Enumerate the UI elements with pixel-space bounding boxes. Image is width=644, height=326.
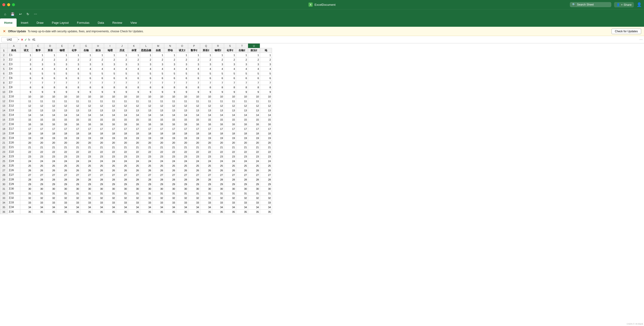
data-cell-17-11[interactable]: 17 — [152, 127, 164, 131]
data-cell-30-16[interactable]: 30 — [212, 186, 224, 191]
data-cell-17-14[interactable]: 17 — [188, 127, 200, 131]
data-cell-26-13[interactable]: 26 — [176, 168, 188, 173]
data-cell-28-0[interactable]: 28 — [20, 177, 32, 182]
data-cell-4-10[interactable]: 4 — [140, 67, 152, 71]
data-cell-3-11[interactable]: 3 — [152, 62, 164, 67]
data-cell-16-0[interactable]: 16 — [20, 122, 32, 127]
data-cell-12-10[interactable]: 12 — [140, 104, 152, 108]
col-header-E[interactable]: E — [56, 44, 68, 48]
data-cell-20-17[interactable]: 20 — [224, 140, 236, 145]
name-cell-14[interactable]: 王14 — [8, 113, 20, 117]
data-cell-18-1[interactable]: 18 — [32, 131, 44, 136]
data-cell-26-18[interactable]: 26 — [236, 168, 248, 173]
data-cell-25-19[interactable]: 25 — [248, 163, 260, 168]
data-cell-4-11[interactable]: 4 — [152, 67, 164, 71]
data-cell-28-8[interactable]: 28 — [116, 177, 128, 182]
data-cell-17-7[interactable]: 17 — [104, 127, 116, 131]
data-cell-17-0[interactable]: 17 — [20, 127, 32, 131]
data-cell-26-15[interactable]: 26 — [200, 168, 212, 173]
data-cell-4-20[interactable]: 4 — [260, 67, 272, 71]
name-cell-2[interactable]: 王2 — [8, 57, 20, 62]
data-cell-6-12[interactable]: 6 — [164, 76, 176, 81]
header-cell-16[interactable]: 英语2 — [200, 48, 212, 53]
data-cell-16-20[interactable]: 16 — [260, 122, 272, 127]
data-cell-1-4[interactable]: 1 — [68, 53, 80, 57]
col-header-L[interactable]: L — [140, 44, 152, 48]
data-cell-3-14[interactable]: 3 — [188, 62, 200, 67]
data-cell-22-10[interactable]: 22 — [140, 150, 152, 154]
data-cell-9-4[interactable]: 9 — [68, 90, 80, 94]
data-cell-29-17[interactable]: 29 — [224, 182, 236, 186]
data-cell-12-14[interactable]: 12 — [188, 104, 200, 108]
data-cell-16-11[interactable]: 16 — [152, 122, 164, 127]
data-cell-31-6[interactable]: 31 — [92, 191, 104, 196]
name-cell-21[interactable]: 王21 — [8, 145, 20, 150]
data-cell-27-3[interactable]: 27 — [56, 173, 68, 177]
col-header-H[interactable]: H — [92, 44, 104, 48]
data-cell-3-5[interactable]: 3 — [80, 62, 92, 67]
data-cell-16-16[interactable]: 16 — [212, 122, 224, 127]
data-cell-18-19[interactable]: 18 — [248, 131, 260, 136]
header-cell-4[interactable]: 物理 — [56, 48, 68, 53]
name-cell-34[interactable]: 王34 — [8, 205, 20, 210]
data-cell-18-16[interactable]: 18 — [212, 131, 224, 136]
data-cell-20-14[interactable]: 20 — [188, 140, 200, 145]
data-cell-4-4[interactable]: 4 — [68, 67, 80, 71]
data-cell-13-8[interactable]: 13 — [116, 108, 128, 113]
data-cell-8-7[interactable]: 8 — [104, 85, 116, 90]
data-cell-25-15[interactable]: 25 — [200, 163, 212, 168]
data-cell-3-0[interactable]: 3 — [20, 62, 32, 67]
home-icon[interactable]: ⌂ — [3, 11, 7, 17]
data-cell-12-8[interactable]: 12 — [116, 104, 128, 108]
data-cell-15-13[interactable]: 15 — [176, 117, 188, 122]
data-cell-22-12[interactable]: 22 — [164, 150, 176, 154]
data-cell-28-5[interactable]: 28 — [80, 177, 92, 182]
data-cell-26-11[interactable]: 26 — [152, 168, 164, 173]
data-cell-16-12[interactable]: 16 — [164, 122, 176, 127]
data-cell-6-8[interactable]: 6 — [116, 76, 128, 81]
data-cell-6-7[interactable]: 6 — [104, 76, 116, 81]
data-cell-20-3[interactable]: 20 — [56, 140, 68, 145]
data-cell-27-19[interactable]: 27 — [248, 173, 260, 177]
data-cell-33-8[interactable]: 33 — [116, 200, 128, 205]
data-cell-24-15[interactable]: 24 — [200, 159, 212, 163]
data-cell-21-3[interactable]: 21 — [56, 145, 68, 150]
data-cell-13-9[interactable]: 13 — [128, 108, 140, 113]
data-cell-8-9[interactable]: 8 — [128, 85, 140, 90]
data-cell-9-20[interactable]: 9 — [260, 90, 272, 94]
data-cell-21-14[interactable]: 21 — [188, 145, 200, 150]
data-cell-19-7[interactable]: 19 — [104, 136, 116, 140]
data-cell-7-15[interactable]: 7 — [200, 81, 212, 85]
data-cell-32-18[interactable]: 32 — [236, 196, 248, 200]
data-cell-4-13[interactable]: 4 — [176, 67, 188, 71]
col-header-Q[interactable]: Q — [200, 44, 212, 48]
cell-reference-input[interactable] — [2, 37, 18, 42]
col-header-U[interactable]: U — [248, 44, 260, 48]
name-cell-19[interactable]: 王19 — [8, 136, 20, 140]
data-cell-21-15[interactable]: 21 — [200, 145, 212, 150]
data-cell-1-10[interactable]: 1 — [140, 53, 152, 57]
data-cell-26-19[interactable]: 26 — [248, 168, 260, 173]
data-cell-34-5[interactable]: 34 — [80, 205, 92, 210]
data-cell-12-16[interactable]: 12 — [212, 104, 224, 108]
col-header-G[interactable]: G — [80, 44, 92, 48]
data-cell-9-7[interactable]: 9 — [104, 90, 116, 94]
data-cell-11-16[interactable]: 11 — [212, 99, 224, 104]
data-cell-6-1[interactable]: 6 — [32, 76, 44, 81]
data-cell-15-1[interactable]: 15 — [32, 117, 44, 122]
data-cell-20-10[interactable]: 20 — [140, 140, 152, 145]
data-cell-31-11[interactable]: 31 — [152, 191, 164, 196]
data-cell-7-8[interactable]: 7 — [116, 81, 128, 85]
data-cell-17-8[interactable]: 17 — [116, 127, 128, 131]
data-cell-24-1[interactable]: 24 — [32, 159, 44, 163]
data-cell-27-2[interactable]: 27 — [44, 173, 56, 177]
data-cell-21-16[interactable]: 21 — [212, 145, 224, 150]
data-cell-34-16[interactable]: 34 — [212, 205, 224, 210]
data-cell-11-20[interactable]: 11 — [260, 99, 272, 104]
data-cell-5-15[interactable]: 5 — [200, 71, 212, 76]
data-cell-1-2[interactable]: 1 — [44, 53, 56, 57]
data-cell-24-2[interactable]: 24 — [44, 159, 56, 163]
data-cell-33-19[interactable]: 33 — [248, 200, 260, 205]
data-cell-18-0[interactable]: 18 — [20, 131, 32, 136]
data-cell-29-14[interactable]: 29 — [188, 182, 200, 186]
